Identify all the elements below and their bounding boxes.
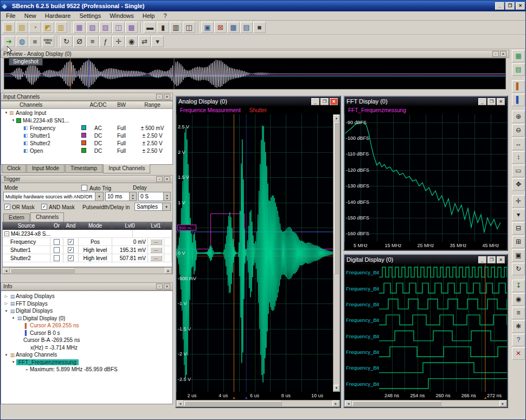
preview-plot[interactable]: Singleshot [4, 58, 506, 89]
pan-icon[interactable]: ✛ [512, 195, 525, 208]
marker-icon[interactable]: ▾ [512, 209, 525, 221]
clock-setup-icon[interactable]: ◔ [29, 22, 41, 33]
trigger-table-scrollbar[interactable]: ◄ ► [2, 267, 172, 274]
maximize-icon[interactable]: ❐ [487, 256, 496, 263]
info-tree-item[interactable]: ▌Cursor B 0 s [1, 329, 172, 337]
chevron-down-icon[interactable]: ▼ [95, 192, 103, 201]
trigger-group-row[interactable]: −M4i.2234-x8 S... [3, 230, 172, 238]
info-tree-item[interactable]: ▪Maximum: 5.899 MHz -85.959 dBFS [1, 366, 172, 373]
digital-channel-label[interactable]: Frequency_Bit5 [344, 344, 379, 360]
minimize-icon[interactable]: _ [311, 98, 319, 105]
digital-plot-canvas[interactable] [379, 264, 507, 392]
tab-timestamp[interactable]: Timestamp [65, 165, 102, 173]
auto-rearm-icon[interactable]: ↻ [60, 36, 73, 47]
column-header-channels[interactable]: Channels [20, 102, 42, 108]
legend-entry[interactable]: FFT_Frequenzmessung [348, 107, 406, 113]
chevron-down-icon[interactable]: ▼ [162, 203, 170, 210]
arrange-columns-icon[interactable]: ▥ [170, 22, 182, 33]
cursor-a-marker[interactable]: ▲ [232, 396, 236, 399]
scroll-right-icon[interactable]: ► [499, 400, 506, 406]
tab-clock[interactable]: Clock [2, 165, 26, 173]
and-checkbox[interactable]: ✓ [68, 255, 74, 261]
menu-item-help[interactable]: Help [138, 12, 159, 20]
digital-channel-label[interactable]: Frequency_Bit1 [344, 280, 379, 296]
scroll-thumb[interactable] [184, 401, 282, 406]
trigger-pin-icon[interactable]: ▫ [156, 176, 163, 182]
channel-row[interactable]: ▾M4i.2234-x8 SN1... [1, 117, 172, 124]
display-settings-icon[interactable]: ✱ [512, 320, 525, 333]
maximize-icon[interactable]: ❐ [320, 98, 329, 105]
menu-item-settings[interactable]: Settings [75, 12, 105, 20]
zoom-window-icon[interactable]: ▭ [512, 165, 525, 177]
or-checkbox[interactable] [54, 255, 60, 261]
spinner-arrows-icon[interactable]: ▲▼ [129, 192, 136, 201]
analog-display-titlebar[interactable]: Analog Display (0) _ ❐ ✕ [176, 96, 340, 106]
scroll-down-icon[interactable]: ▼ [333, 385, 339, 391]
snapshot-icon[interactable]: ◉ [125, 36, 138, 47]
scroll-left-icon[interactable]: ◄ [345, 400, 352, 406]
show-channel-pane-icon[interactable]: ▤ [240, 22, 253, 33]
trigger-lvl0[interactable]: 195.31 mV [112, 246, 148, 254]
info-pin-icon[interactable]: ▫ [156, 283, 163, 289]
hardware-config-icon[interactable]: ▦ [3, 22, 15, 33]
info-tree-item[interactable]: Cursor B-A -269.255 ns [1, 337, 172, 344]
fft-plot-area[interactable]: -90 dBFS-100 dBFS-110 dBFS-120 dBFS-130 … [344, 114, 507, 242]
preview-splitter[interactable] [174, 59, 175, 89]
close-icon[interactable]: ✕ [497, 98, 505, 105]
info-tree-item[interactable]: x(Hz) = -3.714 MHz [1, 344, 172, 352]
trigger-column-lvl0[interactable]: Lvl0 [112, 222, 148, 229]
expander-icon[interactable]: ▾ [3, 353, 9, 357]
minimize-icon[interactable]: _ [478, 256, 486, 263]
expander-icon[interactable]: ▷ [3, 294, 9, 299]
menu-item-new[interactable]: New [20, 12, 41, 20]
info-tree-item[interactable]: ▌Cursor A 269.255 ns [1, 322, 172, 329]
info-tree-item[interactable]: ▾▥Analog Channels [1, 351, 172, 359]
zoom-out-icon[interactable]: ⊖ [512, 124, 525, 137]
swap-display-icon[interactable]: ⇄ [138, 36, 151, 47]
channel-row[interactable]: ◧OpenDCFull± 2.50 V [1, 147, 172, 154]
legend-entry[interactable]: Frequence Measurement [180, 107, 241, 113]
scroll-left-icon[interactable]: ◄ [3, 268, 10, 274]
info-tree-item[interactable]: ▷▤Analog Displays [1, 293, 172, 300]
digital-display-titlebar[interactable]: Digital Display (0) _ ❐ ✕ [344, 255, 507, 264]
preview-plot-canvas[interactable] [4, 59, 505, 89]
tile-vertical-icon[interactable]: ▮ [157, 22, 169, 33]
trigger-row[interactable]: Shutter2✓High level507.81 mV--- [3, 254, 172, 262]
expander-icon[interactable]: ▾ [10, 360, 16, 364]
spinner-arrows-icon[interactable]: ▲▼ [163, 192, 170, 201]
digital-channel-label[interactable]: Frequency_Bit6 [344, 360, 379, 376]
digital-horizontal-scrollbar[interactable]: ◄ ► [344, 400, 507, 407]
digital-channel-label[interactable]: Frequency_Bit0 [344, 264, 379, 280]
digital-display-window[interactable]: Digital Display (0) _ ❐ ✕ Frequency_Bit0… [343, 254, 508, 408]
expander-icon[interactable]: ▾ [10, 316, 16, 320]
export-display-icon[interactable]: ↧ [512, 280, 525, 292]
show-overview-icon[interactable]: ▣ [201, 22, 214, 33]
analog-horizontal-scrollbar[interactable]: ◄ ► [176, 400, 340, 407]
or-checkbox[interactable] [54, 239, 60, 245]
ruler-icon[interactable]: ≡ [512, 307, 525, 319]
and-mask-checkbox[interactable]: ✓ [41, 204, 47, 210]
new-digital-display-icon[interactable]: ▨ [99, 22, 112, 33]
channel-row[interactable]: ▾▥Analog Input [1, 109, 172, 117]
info-close-icon[interactable]: ✕ [164, 283, 170, 289]
close-icon[interactable]: ✕ [330, 98, 338, 105]
cursor-a-marker[interactable]: ▲ [483, 396, 487, 399]
trigger-setup-icon[interactable]: ◩ [42, 22, 54, 33]
channel-row[interactable]: ◧FrequencyACFull± 500 mV [1, 124, 172, 132]
trigger-column-or[interactable]: Or [50, 222, 63, 229]
tab-input-mode[interactable]: Input Mode [27, 165, 65, 173]
cursor-b-icon[interactable]: ▌ [512, 94, 525, 106]
average-icon[interactable]: ≡ [86, 36, 99, 47]
channel-row[interactable]: ◧Shutter1DCFull± 2.50 V [1, 132, 172, 139]
digital-channel-label[interactable]: Frequency_Bit7 [344, 376, 379, 392]
force-trigger-button[interactable]: FORCE TRIG [42, 36, 54, 47]
new-spectrogram-display-icon[interactable]: ▩ [125, 22, 138, 33]
start-acquisition-icon[interactable]: ➔ [3, 36, 15, 47]
trigger-column-mode[interactable]: Mode [79, 222, 112, 229]
fft-display-window[interactable]: FFT Display (0) _ ❐ ✕ FFT_Frequenzmessun… [343, 95, 508, 251]
menu-item-hardware[interactable]: Hardware [41, 12, 75, 20]
column-header-range[interactable]: Range [133, 102, 171, 108]
input-channels-pin-icon[interactable]: ▫ [156, 94, 163, 100]
split-vertical-icon[interactable]: ⊞ [512, 236, 525, 248]
and-checkbox[interactable]: ✓ [68, 247, 74, 253]
